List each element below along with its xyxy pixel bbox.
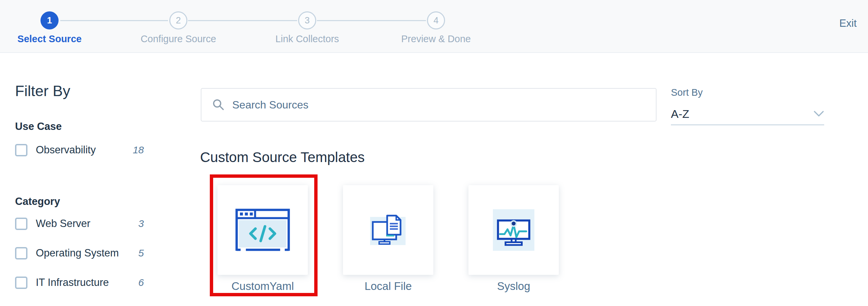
filter-item-operating-system[interactable]: Operating System 5 [15,246,144,260]
step-3-circle[interactable]: 3 [298,11,316,29]
filter-item-count: 18 [133,144,144,156]
step-2-circle[interactable]: 2 [169,11,187,29]
filter-item-label: Operating System [36,247,138,259]
filter-title: Filter By [15,82,70,100]
section-heading-custom-source-templates: Custom Source Templates [200,149,365,165]
filter-item-web-server[interactable]: Web Server 3 [15,217,144,230]
exit-link[interactable]: Exit [839,18,857,29]
step-3-label[interactable]: Link Collectors [240,33,374,44]
sort-by-value: A-Z [671,108,689,121]
step-4-circle[interactable]: 4 [427,11,445,29]
template-card-label: CustomYaml [217,280,308,293]
step-2-label[interactable]: Configure Source [112,33,245,44]
template-card-local-file[interactable] [343,185,433,275]
sort-underline [671,125,824,125]
sort-by-label: Sort By [671,87,703,98]
search-icon [212,98,225,111]
operating-system-checkbox[interactable] [15,247,27,259]
step-4-number: 4 [433,16,438,26]
search-input[interactable] [232,99,634,111]
filter-item-observability[interactable]: Observability 18 [15,143,144,157]
template-card-customyaml[interactable] [217,185,308,275]
stepper-connector [317,20,426,21]
search-box[interactable] [201,88,656,122]
filter-item-label: Web Server [36,218,138,230]
template-card-syslog[interactable] [468,185,559,275]
web-server-checkbox[interactable] [15,218,27,230]
filter-item-label: Observability [36,144,133,156]
step-1-label[interactable]: Select Source [0,33,117,44]
observability-checkbox[interactable] [15,144,27,156]
step-1-number: 1 [47,16,52,26]
filter-group-heading-use-case: Use Case [15,121,62,132]
monitor-pulse-icon [493,209,534,251]
filter-item-it-infrastructure[interactable]: IT Infrastructure 6 [15,276,144,289]
step-3-number: 3 [305,16,310,26]
filter-item-count: 6 [138,277,144,288]
template-card-label: Local File [343,280,433,293]
it-infrastructure-checkbox[interactable] [15,277,27,289]
filter-group-heading-category: Category [15,195,60,208]
chevron-down-icon [813,111,824,117]
monitor-document-icon [369,214,407,246]
filter-item-label: IT Infrastructure [36,277,138,288]
template-card-label: Syslog [468,280,559,293]
sort-by-select[interactable]: A-Z [671,105,824,123]
stepper-bar: 1 Select Source 2 Configure Source 3 Lin… [0,0,868,53]
step-1-circle[interactable]: 1 [40,11,59,29]
filter-item-count: 3 [138,218,144,230]
code-browser-icon [235,208,291,252]
filter-item-count: 5 [138,247,144,259]
step-2-number: 2 [176,16,181,26]
stepper-connector [60,20,168,21]
step-4-label[interactable]: Preview & Done [369,33,503,44]
select-source-page: 1 Select Source 2 Configure Source 3 Lin… [0,0,868,306]
stepper-connector [188,20,297,21]
